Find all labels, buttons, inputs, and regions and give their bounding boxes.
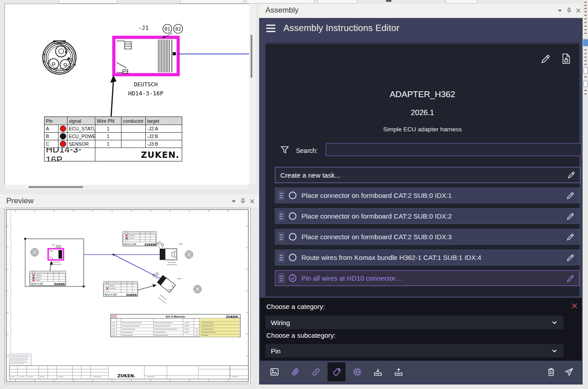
balloon-02: 02	[175, 26, 181, 31]
task-row[interactable]: Place connector on formboard CAT:2 SUB:0…	[275, 229, 579, 245]
category-popup: Choose a category: Wiring Choose a subca…	[260, 298, 582, 361]
harness-name: ADAPTER_H362	[265, 89, 579, 99]
task-row[interactable]: Route wires from Komax bundle H362-1 CAT…	[275, 250, 579, 265]
document-tab[interactable]	[246, 0, 314, 4]
task-row[interactable]: Place connector on formboard CAT:2 SUB:0…	[275, 188, 579, 203]
pin-panel-icon[interactable]	[566, 8, 572, 13]
pin-table-header-conductor: conductor	[121, 117, 146, 125]
subcategory-select[interactable]: Pin	[265, 344, 563, 358]
signal-cell: ECU_POWER	[67, 133, 95, 140]
balloon-01: 01	[165, 26, 171, 31]
edit-pencil-icon[interactable]	[566, 233, 575, 241]
panel-menu-caret-icon[interactable]	[231, 199, 236, 204]
task-row[interactable]: Place connector on formboard CAT:2 SUB:0…	[275, 208, 579, 224]
task-label: Pin all wires at HD10 connector…	[301, 274, 563, 282]
panel-menu-caret-icon[interactable]	[557, 8, 562, 13]
drag-handle[interactable]	[278, 211, 285, 221]
subcategory-label: Choose a subcategory:	[266, 331, 336, 339]
drag-handle[interactable]	[278, 232, 285, 242]
export-button[interactable]	[390, 362, 408, 381]
assembly-editor-panel: Assembly Instructions Editor ADAPTER_H36…	[259, 18, 583, 385]
vscrollbar-thumb[interactable]	[251, 35, 252, 78]
task-label: Place connector on formboard CAT:2 SUB:0…	[301, 212, 563, 220]
menu-hamburger-icon[interactable]	[265, 24, 276, 33]
harness-version: 2026.1	[265, 108, 579, 117]
mini-table-part: HD14-3-16P	[124, 243, 136, 246]
pin-table: Pin signal Wire PN conductor target A EC…	[44, 116, 182, 161]
task-label: Place connector on formboard CAT:2 SUB:0…	[301, 192, 563, 199]
task-row-selected[interactable]: Pin all wires at HD10 connector…	[275, 270, 579, 286]
filter-funnel-icon[interactable]	[280, 145, 289, 155]
manufacturer-label: DEUTSCH	[134, 81, 158, 88]
formboard-preview-drawing: HD14-3-16P ZUKEN HD14-3-16P ZUKEN	[5, 208, 250, 384]
signal-cell: ECU_STATUS	[67, 125, 95, 133]
drag-handle[interactable]	[278, 273, 285, 283]
document-tab[interactable]	[317, 0, 358, 4]
document-tab[interactable]	[445, 0, 478, 4]
document-tab[interactable]	[58, 0, 118, 4]
zuken-logo-small: ZUKEN	[144, 243, 155, 246]
face-pin-c-label: C	[55, 69, 58, 73]
document-tab[interactable]	[386, 0, 391, 2]
task-done-check-icon[interactable]	[288, 274, 297, 282]
search-input[interactable]	[326, 143, 582, 156]
conductor-cell	[121, 133, 146, 140]
attach-file-button[interactable]	[286, 362, 304, 381]
task-status-circle-icon[interactable]	[288, 253, 297, 262]
schematic-vscrollbar[interactable]	[249, 4, 256, 185]
search-label: Search:	[296, 147, 318, 154]
pin-cell: A	[45, 125, 58, 133]
document-lock-icon[interactable]	[561, 53, 571, 64]
category-select[interactable]: Wiring	[265, 316, 563, 329]
target-cell: -J3:B	[146, 140, 182, 148]
close-popup-icon[interactable]	[571, 303, 578, 309]
pin-cell: B	[45, 133, 58, 140]
wire-color-cell	[58, 133, 67, 140]
task-status-circle-icon[interactable]	[288, 233, 297, 241]
edit-pencil-icon[interactable]	[567, 171, 575, 179]
harness-description: Simple ECU adapter harness	[265, 126, 579, 133]
wire-color-cell	[58, 140, 67, 148]
drag-handle[interactable]	[278, 252, 285, 263]
add-tag-button[interactable]	[328, 362, 346, 381]
task-status-circle-icon[interactable]	[288, 191, 297, 200]
close-panel-icon[interactable]	[576, 8, 581, 13]
add-component-button[interactable]	[348, 362, 366, 381]
edit-harness-icon[interactable]	[541, 54, 551, 64]
wirepn-cell: 1	[95, 140, 121, 148]
subcategory-value: Pin	[271, 347, 281, 355]
import-button[interactable]	[369, 362, 387, 381]
schematic-hscrollbar[interactable]	[4, 185, 249, 189]
pin-panel-icon[interactable]	[240, 198, 246, 204]
drag-handle[interactable]	[278, 190, 285, 201]
wirepn-cell: 1	[95, 125, 121, 133]
mini-table-part: HD14-3-16P	[104, 293, 117, 296]
edit-pencil-icon[interactable]	[566, 274, 575, 282]
edit-pencil-icon[interactable]	[566, 254, 575, 262]
pin-table-header-target: target	[146, 117, 182, 125]
tag-icon	[332, 368, 341, 376]
add-image-button[interactable]	[265, 362, 283, 381]
create-task-input[interactable]: Create a new task...	[275, 167, 580, 183]
face-pin-b-label: B	[71, 58, 73, 63]
preview-canvas[interactable]: HD14-3-16P ZUKEN HD14-3-16P ZUKEN	[4, 208, 251, 384]
zuken-logo: ZUKEN.	[117, 373, 135, 378]
close-panel-icon[interactable]	[250, 199, 255, 204]
task-status-circle-icon[interactable]	[288, 212, 297, 220]
pin-table-header-signal: signal	[67, 117, 95, 125]
table-footer-part-number: HD14-3-16P	[45, 148, 95, 161]
schematic-canvas[interactable]: A B C -J1 01 02	[4, 4, 250, 185]
edit-pencil-icon[interactable]	[566, 212, 575, 220]
send-icon	[565, 367, 574, 376]
document-tab[interactable]	[180, 0, 244, 4]
task-label: Place connector on formboard CAT:2 SUB:0…	[301, 233, 563, 241]
edit-pencil-icon[interactable]	[566, 192, 575, 200]
add-link-button[interactable]	[307, 362, 325, 381]
send-button[interactable]	[560, 362, 578, 381]
hscrollbar-thumb[interactable]	[28, 186, 83, 188]
assembly-titlebar: Assembly	[259, 4, 588, 17]
application-window: A B C -J1 01 02	[0, 0, 588, 389]
delete-task-button[interactable]	[542, 362, 560, 381]
wire-color-dot	[60, 125, 66, 132]
conductor-cell	[121, 140, 146, 148]
